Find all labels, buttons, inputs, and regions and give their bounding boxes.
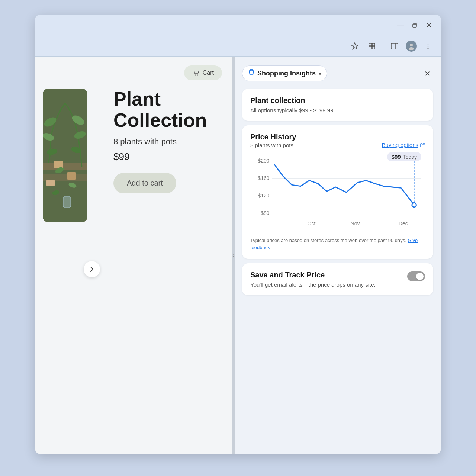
panel-title-area[interactable]: Shopping Insights ▾ [242,65,327,81]
svg-rect-1 [369,43,372,46]
svg-text:Oct: Oct [308,221,316,226]
price-history-title: Price History [250,133,296,141]
svg-point-42 [412,203,416,207]
svg-rect-25 [46,180,55,186]
panel-header: Shopping Insights ▾ ✕ [242,64,433,84]
product-main: Plant Collection 8 plants with pots $99 … [35,85,232,454]
dropdown-chevron-icon: ▾ [319,71,321,77]
svg-rect-23 [54,161,63,168]
svg-point-12 [195,75,196,76]
browser-titlebar: — ✕ [35,15,441,36]
svg-rect-0 [413,24,416,27]
svg-text:$120: $120 [258,193,270,199]
add-to-cart-button[interactable]: Add to cart [113,173,176,193]
svg-text:$80: $80 [261,210,270,216]
today-badge: $99 Today [387,152,421,161]
price-history-header: Price History 8 plants with pots Buying … [250,133,425,148]
save-track-content: Save and Track Price You'll get email al… [250,271,425,288]
toggle-knob [416,273,424,280]
page-content: Cart [35,57,441,454]
save-track-title: Save and Track Price [250,271,403,279]
svg-point-13 [197,75,198,76]
next-arrow-button[interactable] [84,261,100,277]
star-icon[interactable] [349,40,361,52]
chart-footer-text: Typical prices are based on stores acros… [250,237,425,251]
save-track-card: Save and Track Price You'll get email al… [242,263,433,295]
today-price: $99 [392,154,401,160]
svg-point-9 [428,43,429,44]
user-avatar[interactable] [406,41,417,52]
product-info: Plant Collection 8 plants with pots $99 … [87,89,225,193]
chart-area: $99 Today $200 $160 $120 $8 [250,152,425,232]
svg-text:Nov: Nov [350,221,360,226]
product-subtitle: 8 plants with pots [113,137,225,147]
svg-rect-2 [372,43,375,46]
svg-rect-4 [372,46,375,49]
product-summary-card: Plant collection All options typically $… [242,89,433,121]
product-title: Plant Collection [113,89,225,131]
extensions-icon[interactable] [366,40,378,52]
buying-options-link[interactable]: Buying options [382,142,425,148]
maximize-button[interactable] [409,20,420,30]
svg-rect-3 [369,46,372,49]
svg-rect-29 [63,196,71,208]
cart-label: Cart [203,70,214,76]
insights-panel: Shopping Insights ▾ ✕ Plant collection A… [235,57,441,454]
svg-rect-5 [391,43,398,49]
svg-text:$200: $200 [258,158,270,164]
panel-title: Shopping Insights [257,70,316,77]
toolbar-divider [383,42,383,51]
svg-point-10 [428,45,429,46]
resize-dots [233,254,234,257]
product-card-title: Plant collection [250,96,425,105]
panel-close-button[interactable]: ✕ [421,68,433,80]
svg-rect-24 [67,172,76,180]
save-track-text: Save and Track Price You'll get email al… [250,271,403,288]
svg-point-7 [410,44,413,46]
svg-text:Dec: Dec [399,221,408,226]
cart-button-area: Cart [35,57,232,85]
svg-point-8 [409,47,414,50]
product-image [43,89,87,222]
product-price: $99 [113,151,225,163]
plant-photo [43,89,87,222]
window-controls: — ✕ [395,20,434,30]
browser-window: — ✕ [35,15,441,454]
svg-text:$160: $160 [258,175,270,181]
save-track-description: You'll get email alerts if the price dro… [250,282,403,288]
sidebar-toggle-icon[interactable] [389,40,401,52]
svg-rect-15 [43,163,87,170]
cart-button[interactable]: Cart [184,65,222,80]
price-history-subtitle: 8 plants with pots [250,142,296,148]
minimize-button[interactable]: — [395,20,406,30]
today-label: Today [403,154,417,160]
close-button[interactable]: ✕ [424,20,434,30]
product-page: Cart [35,57,232,454]
price-track-toggle[interactable] [407,271,425,281]
browser-toolbar [35,36,441,57]
price-history-card: Price History 8 plants with pots Buying … [242,125,433,259]
svg-point-11 [428,48,429,49]
shopping-bag-icon [248,69,255,78]
price-chart: $200 $160 $120 $80 Oct Nov Dec [250,152,425,231]
menu-icon[interactable] [422,40,434,52]
price-history-title-block: Price History 8 plants with pots [250,133,296,148]
product-card-price-range: All options typically $99 - $199.99 [250,107,425,113]
